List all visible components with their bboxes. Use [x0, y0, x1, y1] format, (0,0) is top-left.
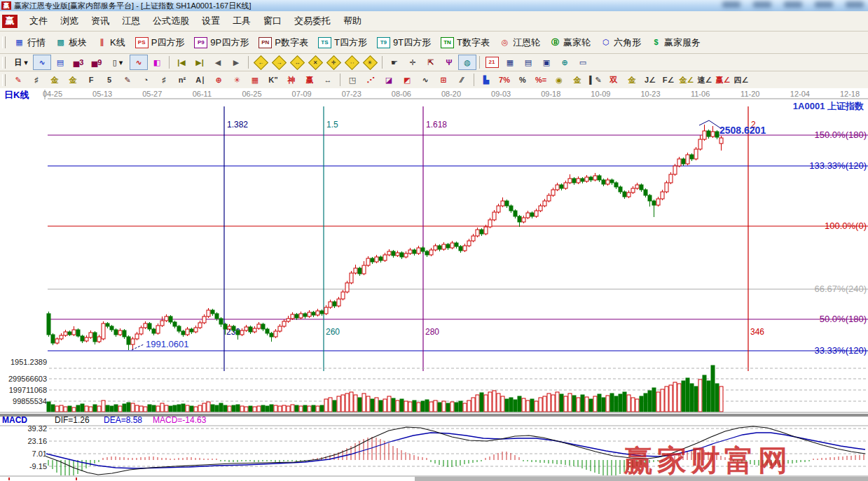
percent-slash-button[interactable]: 7% — [495, 72, 514, 88]
calculator-button[interactable]: ▦ — [501, 55, 519, 70]
gann-diamond-double-button[interactable]: ⇔ — [343, 55, 361, 70]
crosshair-button[interactable]: ✛ — [404, 55, 422, 70]
kline-chart[interactable]: 04-2505-1305-2706-1106-2507-0907-2308-06… — [0, 88, 868, 481]
menu-item-工具[interactable]: 工具 — [226, 13, 257, 29]
fan-box-red-button[interactable]: ◩ — [398, 72, 416, 88]
fan-box-red-icon: ◩ — [402, 75, 413, 85]
menu-item-交易委托[interactable]: 交易委托 — [288, 13, 337, 29]
grid-star-red-button[interactable]: ⊞ — [434, 72, 453, 88]
kline-button[interactable]: ∥K线 — [92, 34, 130, 51]
draw-purple-tool-button[interactable]: Ψ — [440, 55, 458, 70]
web-link-button[interactable]: ⊕ — [556, 55, 574, 70]
n2-tool-button[interactable]: n² — [173, 72, 191, 88]
draw-teal-tool-button[interactable]: ◍ — [458, 55, 476, 70]
window-controls[interactable] — [722, 1, 864, 8]
fan-box-purple-button[interactable]: ◪ — [380, 72, 398, 88]
svg-text:12-18: 12-18 — [840, 90, 860, 98]
gold-coin-button[interactable]: ◉ — [550, 72, 568, 88]
save-button[interactable]: ▣ — [537, 55, 556, 70]
shen-grid-button[interactable]: 神 — [282, 72, 301, 88]
gann-grid-button[interactable]: ♯ — [27, 72, 46, 88]
gann-diamond-right-button[interactable]: → — [270, 55, 288, 70]
menu-item-设置[interactable]: 设置 — [195, 13, 226, 29]
star-grid-button[interactable]: ✳ — [228, 72, 246, 88]
menu-item-浏览[interactable]: 浏览 — [54, 13, 85, 29]
9t-square-button[interactable]: T99T四方形 — [372, 34, 436, 51]
bars-pencil-button[interactable]: ▍✎ — [586, 72, 605, 88]
f-grid-button[interactable]: F — [82, 72, 100, 88]
percent-button[interactable]: % — [514, 72, 532, 88]
hash-grid-button[interactable]: ♯ — [155, 72, 173, 88]
gold-lines-button[interactable]: 金 — [568, 72, 586, 88]
candle-box-red-button[interactable]: 双 — [605, 72, 623, 88]
svg-text:MACD=-14.63: MACD=-14.63 — [153, 415, 207, 425]
info-note-button[interactable]: ▤ — [51, 55, 69, 70]
five-grid-button[interactable]: 5 — [100, 72, 118, 88]
bottom-scrollbar[interactable] — [0, 476, 868, 481]
scale-bars-button[interactable]: ▙ — [477, 72, 495, 88]
gold-grid-2-button[interactable]: 金 — [64, 72, 82, 88]
su-angle-button[interactable]: 速∠ — [696, 72, 714, 88]
t-square-button[interactable]: TST四方形 — [313, 34, 372, 51]
t-number-table-button[interactable]: TNT数字表 — [436, 34, 495, 51]
f-angle-button[interactable]: F∠ — [659, 72, 677, 88]
9p-square-button[interactable]: P99P四方形 — [189, 34, 254, 51]
fan-red-button[interactable]: ⋰ — [361, 72, 380, 88]
zigzag-tool-button[interactable]: ∿ — [416, 72, 434, 88]
ying-grid-button[interactable]: 赢 — [301, 72, 319, 88]
next-page-button[interactable]: ▶ — [227, 55, 245, 70]
k-quote-tool-button[interactable]: K” — [264, 72, 282, 88]
menu-item-文件[interactable]: 文件 — [23, 13, 54, 29]
color-histogram-button[interactable]: ◧ — [148, 55, 166, 70]
print-button[interactable]: ▭ — [574, 55, 592, 70]
winner-wheel-button[interactable]: Ⓑ赢家轮 — [545, 34, 595, 51]
pattern-red-tool-button[interactable]: ∿ — [130, 55, 148, 70]
clock-tool-button[interactable]: ◔ — [137, 72, 155, 88]
percent-line-red-button[interactable]: %= — [532, 72, 550, 88]
winner-service-button[interactable]: $赢家服务 — [646, 34, 705, 51]
note-pad-button[interactable]: ▤ — [519, 55, 537, 70]
gann-diamond-cross-button[interactable]: ✕ — [306, 55, 324, 70]
target-tool-button[interactable]: ⊕ — [209, 72, 228, 88]
si-angle-button[interactable]: 四∠ — [732, 72, 750, 88]
p-number-table-button[interactable]: PNP数字表 — [254, 34, 313, 51]
width-tool-button[interactable]: ↔ — [319, 72, 337, 88]
trend-anchor-button[interactable]: ⇱ — [422, 55, 440, 70]
period-daily-dropdown-button[interactable]: 日 ▾ — [9, 55, 33, 70]
menu-item-江恩[interactable]: 江恩 — [116, 13, 146, 29]
draw-pen-button[interactable]: ✎ — [9, 72, 27, 88]
chart-pattern-tool-button[interactable]: ∿ — [33, 55, 51, 70]
menu-item-帮助[interactable]: 帮助 — [337, 13, 368, 29]
menu-item-资讯[interactable]: 资讯 — [85, 13, 116, 29]
calendar-button[interactable]: 21 — [483, 55, 501, 70]
menu-item-公式选股[interactable]: 公式选股 — [146, 13, 195, 29]
volume-9-tool-button[interactable]: ▅9 — [88, 55, 106, 70]
gold-box-button[interactable]: 金 — [623, 72, 641, 88]
quotes-button[interactable]: ▦行情 — [9, 34, 50, 51]
gann-diamond-star-button[interactable]: ✳ — [361, 55, 379, 70]
box-grid-button[interactable]: ▦ — [246, 72, 264, 88]
pen-grid-button[interactable]: ✎ — [118, 72, 137, 88]
gold-angle-button[interactable]: 金∠ — [677, 72, 696, 88]
gann-diamond-left-button[interactable]: ← — [252, 55, 270, 70]
pan-hand-button[interactable]: ☛ — [385, 55, 404, 70]
a-line-tool-button[interactable]: A∣ — [191, 72, 209, 88]
gann-diamond-plus-button[interactable]: ✛ — [324, 55, 343, 70]
gann-diamond-hmove-button[interactable]: ↔ — [288, 55, 306, 70]
first-page-button[interactable]: |◀ — [172, 55, 191, 70]
toolbar-grip — [2, 57, 6, 69]
ying-angle-button[interactable]: 赢∠ — [714, 72, 732, 88]
volume-3-tool-button[interactable]: ▅3 — [69, 55, 88, 70]
last-page-button[interactable]: ▶| — [191, 55, 209, 70]
p-square-button[interactable]: PSP四方形 — [130, 34, 190, 51]
gann-wheel-button[interactable]: ◎江恩轮 — [495, 34, 545, 51]
j-angle-button[interactable]: J∠ — [641, 72, 659, 88]
candle-style-dropdown-button[interactable]: ▯ ▾ — [106, 55, 130, 70]
prev-page-button[interactable]: ◀ — [209, 55, 227, 70]
box-handles-button[interactable]: ◳ — [343, 72, 361, 88]
hexagon-button[interactable]: ⬡六角形 — [595, 34, 646, 51]
menu-item-窗口[interactable]: 窗口 — [257, 13, 288, 29]
gold-grid-1-button[interactable]: 金 — [46, 72, 64, 88]
sectors-button[interactable]: ▩板块 — [50, 34, 92, 51]
parallel-lines-button[interactable]: ⁄⁄ — [453, 72, 471, 88]
